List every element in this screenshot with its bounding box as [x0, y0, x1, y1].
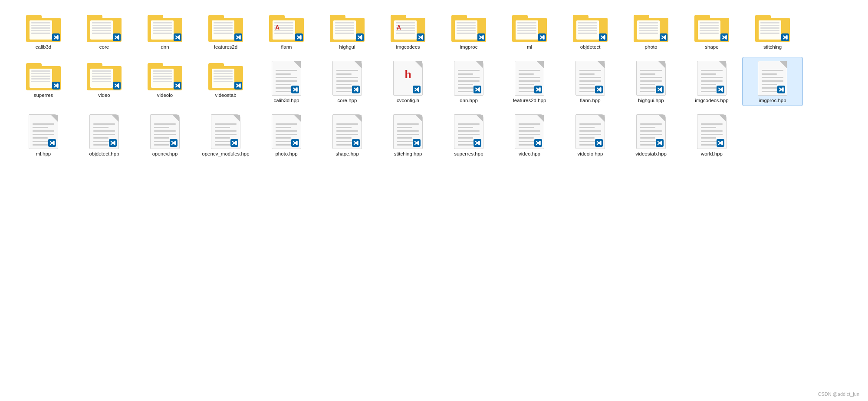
file-label-features2d: features2d — [214, 44, 237, 50]
file-label-cvconfig.h: cvconfig.h — [397, 98, 419, 103]
file-icon-videoio.hpp — [575, 114, 605, 149]
file-icon-objdetect.hpp — [89, 114, 119, 149]
folder-icon-dnn — [148, 13, 182, 42]
folder-icon-core — [87, 13, 122, 42]
file-label-photo: photo — [645, 44, 658, 50]
file-label-superres.hpp: superres.hpp — [454, 151, 483, 156]
file-item-dnn[interactable]: dnn — [135, 9, 195, 53]
file-item-videoio.hpp[interactable]: videoio.hpp — [560, 110, 621, 159]
file-icon-opencv.hpp — [150, 114, 180, 149]
file-item-opencv_modules.hpp[interactable]: opencv_modules.hpp — [195, 110, 256, 159]
vscode-icon — [113, 33, 121, 41]
file-item-video[interactable]: video — [74, 57, 135, 106]
file-item-videostab[interactable]: videostab — [195, 57, 256, 106]
file-item-opencv.hpp[interactable]: opencv.hpp — [135, 110, 195, 159]
folder-icon-shape — [694, 13, 729, 42]
file-item-imgproc.hpp[interactable]: imgproc.hpp — [742, 57, 803, 106]
file-label-imgcodecs: imgcodecs — [396, 44, 420, 50]
file-label-imgcodecs.hpp: imgcodecs.hpp — [695, 98, 728, 103]
file-label-video: video — [98, 93, 110, 98]
folder-marker: A — [397, 24, 401, 31]
vscode-icon — [48, 139, 56, 147]
vscode-icon — [234, 33, 242, 41]
vscode-icon — [599, 33, 607, 41]
file-label-features2d.hpp: features2d.hpp — [513, 98, 546, 103]
file-icon-highgui.hpp — [636, 61, 666, 96]
file-label-calib3d: calib3d — [36, 44, 51, 50]
file-label-videoio: videoio — [157, 93, 173, 98]
file-item-photo.hpp[interactable]: photo.hpp — [256, 110, 317, 159]
file-item-photo[interactable]: photo — [621, 9, 681, 53]
file-item-core.hpp[interactable]: core.hpp — [317, 57, 378, 106]
file-icon-photo.hpp — [272, 114, 301, 149]
folder-icon-ml — [512, 13, 547, 42]
vscode-icon — [534, 86, 542, 93]
file-icon-cvconfig.h: h — [393, 61, 423, 96]
file-item-core[interactable]: core — [74, 9, 135, 53]
file-item-stitching[interactable]: stitching — [742, 9, 803, 53]
file-item-video.hpp[interactable]: video.hpp — [499, 110, 560, 159]
file-label-world.hpp: world.hpp — [701, 151, 723, 156]
vscode-icon — [777, 86, 785, 93]
file-item-calib3d.hpp[interactable]: calib3d.hpp — [256, 57, 317, 106]
vscode-icon — [230, 139, 238, 147]
vscode-icon — [473, 139, 481, 147]
file-item-shape[interactable]: shape — [681, 9, 742, 53]
file-label-videostab: videostab — [215, 93, 236, 98]
file-icon-features2d.hpp — [515, 61, 544, 96]
vscode-icon — [538, 33, 546, 41]
file-label-stitching.hpp: stitching.hpp — [394, 151, 422, 156]
file-icon-core.hpp — [332, 61, 362, 96]
file-label-flann.hpp: flann.hpp — [580, 98, 600, 103]
file-item-shape.hpp[interactable]: shape.hpp — [317, 110, 378, 159]
file-item-cvconfig.h[interactable]: h cvconfig.h — [378, 57, 438, 106]
file-label-ml.hpp: ml.hpp — [36, 151, 51, 156]
file-icon-ml.hpp — [29, 114, 58, 149]
file-item-flann[interactable]: A flann — [256, 9, 317, 53]
file-label-videostab.hpp: videostab.hpp — [635, 151, 667, 156]
file-label-highgui.hpp: highgui.hpp — [638, 98, 664, 103]
file-item-dnn.hpp[interactable]: dnn.hpp — [438, 57, 499, 106]
file-item-videoio[interactable]: videoio — [135, 57, 195, 106]
file-item-superres[interactable]: superres — [13, 57, 74, 106]
vscode-icon — [52, 82, 60, 89]
folder-icon-calib3d — [26, 13, 61, 42]
file-item-features2d.hpp[interactable]: features2d.hpp — [499, 57, 560, 106]
vscode-icon — [295, 33, 303, 41]
vscode-icon — [413, 86, 421, 93]
file-item-flann.hpp[interactable]: flann.hpp — [560, 57, 621, 106]
watermark: CSDN @addict_jun — [818, 391, 859, 397]
vscode-icon — [656, 139, 664, 147]
folder-marker: A — [275, 24, 279, 31]
file-item-imgcodecs[interactable]: A imgcodecs — [378, 9, 438, 53]
file-item-features2d[interactable]: features2d — [195, 9, 256, 53]
file-item-highgui.hpp[interactable]: highgui.hpp — [621, 57, 681, 106]
file-icon-videostab.hpp — [636, 114, 666, 149]
file-item-videostab.hpp[interactable]: videostab.hpp — [621, 110, 681, 159]
vscode-icon — [52, 33, 60, 41]
file-label-imgproc: imgproc — [460, 44, 478, 50]
file-icon-dnn.hpp — [454, 61, 483, 96]
file-item-calib3d[interactable]: calib3d — [13, 9, 74, 53]
vscode-icon — [352, 86, 360, 93]
file-label-superres: superres — [34, 93, 53, 98]
file-item-objdetect[interactable]: objdetect — [560, 9, 621, 53]
file-item-objdetect.hpp[interactable]: objdetect.hpp — [74, 110, 135, 159]
file-label-highgui: highgui — [339, 44, 355, 50]
file-item-world.hpp[interactable]: world.hpp — [681, 110, 742, 159]
file-item-superres.hpp[interactable]: superres.hpp — [438, 110, 499, 159]
folder-icon-videoio — [148, 61, 182, 90]
vscode-icon — [413, 139, 421, 147]
vscode-icon — [660, 33, 667, 41]
vscode-icon — [717, 86, 724, 93]
file-item-imgproc[interactable]: imgproc — [438, 9, 499, 53]
vscode-icon — [170, 139, 178, 147]
vscode-icon — [352, 139, 360, 147]
file-item-ml.hpp[interactable]: ml.hpp — [13, 110, 74, 159]
file-item-stitching.hpp[interactable]: stitching.hpp — [378, 110, 438, 159]
file-item-highgui[interactable]: highgui — [317, 9, 378, 53]
file-item-imgcodecs.hpp[interactable]: imgcodecs.hpp — [681, 57, 742, 106]
vscode-icon — [291, 139, 299, 147]
vscode-icon — [356, 33, 364, 41]
file-item-ml[interactable]: ml — [499, 9, 560, 53]
